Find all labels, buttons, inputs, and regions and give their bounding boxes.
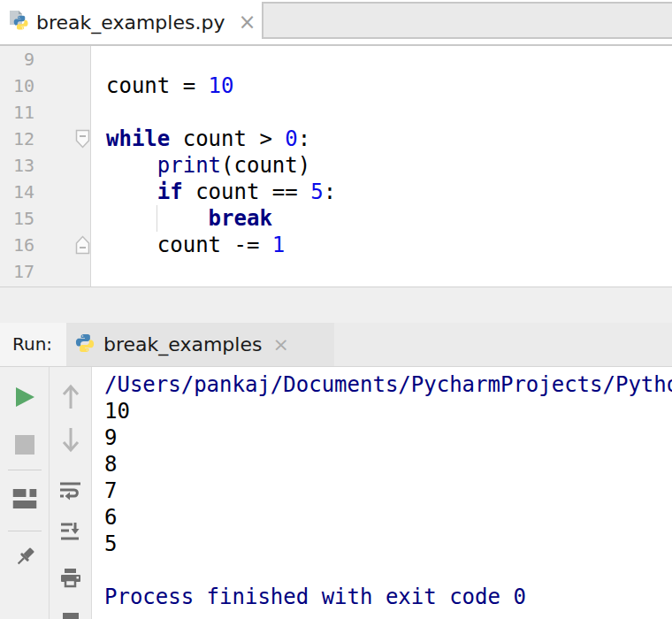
editor-line: 16 count -= 1: [0, 232, 672, 258]
stop-icon[interactable]: [15, 435, 34, 455]
code-line: [91, 46, 106, 73]
code-line: while count > 0:: [91, 126, 310, 152]
line-number: 17: [0, 258, 91, 285]
editor-line: 12 while count > 0:: [0, 126, 672, 152]
editor-line: 9: [0, 46, 672, 73]
editor-tab-title: break_examples.py: [36, 11, 225, 34]
console-toolbar: [50, 367, 92, 619]
editor-tab-bar: break_examples.py ×: [0, 0, 672, 46]
pin-icon[interactable]: [11, 544, 38, 570]
code-line: [91, 99, 106, 126]
toolbar-divider: [8, 470, 42, 470]
editor-line: 10 count = 10: [0, 73, 672, 99]
down-stack-trace-icon[interactable]: [60, 427, 81, 454]
code-line: if count == 5:: [91, 179, 336, 205]
toolbar-divider: [8, 531, 42, 531]
code-line: count = 10: [91, 73, 234, 99]
console-line: Process finished with exit code 0: [104, 584, 672, 610]
console-line: 5: [104, 531, 672, 557]
line-number: 14: [0, 179, 91, 205]
run-panel-label: Run:: [0, 323, 66, 366]
code-line: count -= 1: [91, 232, 285, 258]
code-editor[interactable]: 9 10 count = 10 11 12 while count > 0: 1…: [0, 46, 672, 287]
code-line: print(count): [91, 152, 310, 179]
line-number: 13: [0, 152, 91, 179]
line-number: 10: [0, 73, 91, 99]
indent-guide: [157, 205, 157, 232]
close-icon[interactable]: ×: [238, 11, 256, 33]
splitter[interactable]: [0, 287, 672, 323]
console-line: 6: [104, 504, 672, 531]
fold-collapse-icon[interactable]: [75, 235, 90, 255]
line-number: 11: [0, 99, 91, 126]
pycharm-window: break_examples.py × 9 10 count = 10 11 1…: [0, 0, 672, 619]
console-line: 10: [104, 398, 672, 424]
rerun-icon[interactable]: [13, 386, 36, 409]
restore-layout-icon[interactable]: [12, 489, 36, 508]
scroll-to-end-icon[interactable]: [61, 523, 80, 540]
console-output[interactable]: /Users/pankaj/Documents/PycharmProjects/…: [92, 367, 672, 619]
editor-line: 13 print(count): [0, 152, 672, 179]
editor-tab[interactable]: break_examples.py ×: [0, 0, 262, 44]
clear-all-icon[interactable]: [63, 613, 79, 619]
tab-bar-empty-area: [262, 2, 672, 39]
console-line: 9: [104, 424, 672, 451]
editor-line: 17: [0, 258, 672, 285]
up-stack-trace-icon[interactable]: [60, 383, 81, 409]
python-icon: [75, 333, 95, 356]
line-number: 9: [0, 46, 91, 73]
print-icon[interactable]: [60, 569, 81, 590]
console-line: 7: [104, 478, 672, 504]
soft-wrap-icon[interactable]: [60, 482, 81, 501]
console-line: 8: [104, 451, 672, 478]
code-line: break: [91, 205, 272, 232]
code-line: [91, 258, 106, 285]
line-number: 15: [0, 205, 91, 232]
run-header-empty-area: [334, 323, 672, 366]
run-tab-title: break_examples: [103, 333, 262, 355]
python-file-icon: [9, 11, 28, 34]
editor-line: 11: [0, 99, 672, 126]
editor-line: 15 break: [0, 205, 672, 232]
fold-collapse-icon[interactable]: [75, 129, 90, 149]
run-toolbar: [0, 367, 50, 619]
run-tab[interactable]: break_examples ×: [66, 323, 334, 366]
console-line: [104, 557, 672, 584]
close-icon[interactable]: ×: [272, 335, 288, 355]
run-panel-header: Run: break_examples ×: [0, 323, 672, 367]
editor-line: 14 if count == 5:: [0, 179, 672, 205]
run-tool-window: /Users/pankaj/Documents/PycharmProjects/…: [0, 367, 672, 619]
console-line: /Users/pankaj/Documents/PycharmProjects/…: [104, 371, 672, 398]
